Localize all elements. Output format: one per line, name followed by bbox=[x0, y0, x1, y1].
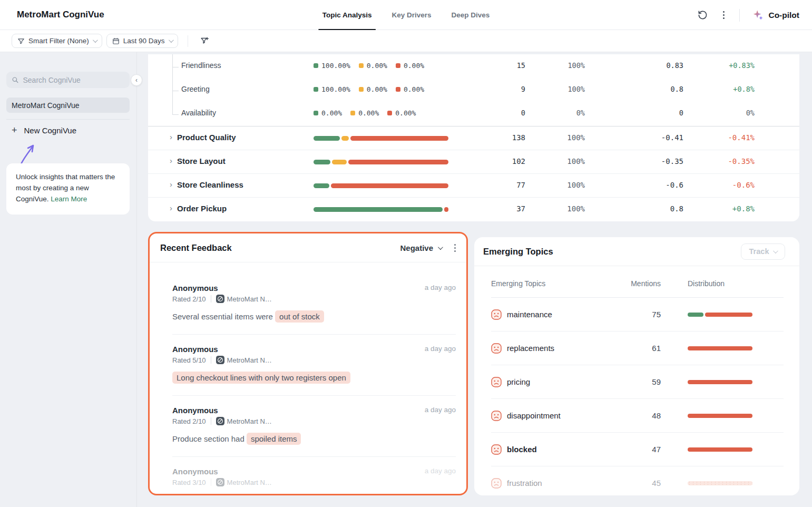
sentiment-filter-dropdown[interactable]: Negative bbox=[400, 243, 442, 252]
neutral-swatch bbox=[359, 87, 364, 92]
refresh-icon[interactable] bbox=[694, 7, 711, 24]
feedback-more-icon[interactable] bbox=[454, 244, 456, 252]
feedback-item: Anonymous Rated 2/10 MetroMart N… a day … bbox=[172, 284, 456, 335]
recent-feedback-header: Recent Feedback Negative bbox=[150, 233, 466, 262]
panel-title: Emerging Topics bbox=[483, 247, 553, 257]
sidebar: ‹ MetroMart CogniVue + New CogniVue Unlo… bbox=[0, 52, 137, 507]
sad-face-icon bbox=[491, 411, 502, 423]
chevron-right-icon[interactable]: › bbox=[170, 132, 172, 141]
top-header: MetroMart CogniVue Topic Analysis Key Dr… bbox=[0, 0, 812, 30]
calendar-icon bbox=[112, 37, 120, 45]
highlight-chip: out of stock bbox=[275, 310, 324, 323]
more-menu-icon[interactable] bbox=[715, 7, 732, 24]
table-row[interactable]: Availability 0.00% 0.00% 0.00% 0 0% 0 0% bbox=[148, 102, 799, 126]
distribution-bar bbox=[688, 414, 752, 418]
distribution-bar bbox=[688, 447, 752, 452]
emerging-topic-row: replacements 61 bbox=[491, 331, 784, 365]
new-cognivue-button[interactable]: + New CogniVue bbox=[12, 125, 76, 135]
sad-face-icon bbox=[491, 343, 502, 356]
feedback-list: Anonymous Rated 2/10 MetroMart N… a day … bbox=[150, 262, 466, 495]
distribution-bar bbox=[688, 346, 752, 350]
table-row-store-cleanliness[interactable]: › Store Cleanliness 77 100% -0.6 -0.6% bbox=[148, 174, 799, 198]
promo-card: Unlock insights that matters the most by… bbox=[6, 163, 130, 214]
header-actions: Co-pilot bbox=[694, 0, 805, 30]
feedback-item: Anonymous Rated 5/10 MetroMart N… a day … bbox=[172, 345, 456, 396]
tab-topic-analysis[interactable]: Topic Analysis bbox=[322, 0, 372, 30]
metromart-source-icon bbox=[216, 478, 224, 486]
table-row-product-quality[interactable]: › Product Quality 138 100% -0.41 -0.41% bbox=[148, 126, 799, 150]
table-row-order-pickup[interactable]: › Order Pickup 37 100% 0.8 +0.8% bbox=[148, 198, 799, 221]
distribution-bar bbox=[688, 380, 752, 384]
neutral-swatch bbox=[359, 63, 364, 68]
highlight-chip: Long checkout lines with only two regist… bbox=[172, 372, 350, 384]
sentiment-bar bbox=[314, 207, 448, 212]
emerging-topic-row: maintenance 75 bbox=[491, 298, 784, 331]
chevron-down-icon bbox=[438, 245, 443, 250]
positive-swatch bbox=[314, 87, 318, 92]
header-divider bbox=[739, 9, 740, 22]
tab-key-drivers[interactable]: Key Drivers bbox=[392, 0, 431, 30]
search-icon bbox=[12, 76, 19, 84]
app-title: MetroMart CogniVue bbox=[17, 9, 104, 20]
chevron-down-icon bbox=[773, 248, 778, 253]
sad-face-icon bbox=[491, 377, 502, 389]
sidebar-divider bbox=[6, 119, 130, 120]
learn-more-link[interactable]: Learn More bbox=[51, 195, 87, 203]
recent-feedback-panel: Recent Feedback Negative Anonymous Rated… bbox=[148, 232, 468, 495]
distribution-bar bbox=[688, 481, 752, 485]
sad-face-icon bbox=[491, 309, 502, 322]
filter-bar: Smart Filter (None) Last 90 Days bbox=[0, 30, 812, 52]
emerging-topics-columns: Emerging Topics Mentions Distribution bbox=[491, 266, 784, 298]
tab-deep-dives[interactable]: Deep Dives bbox=[452, 0, 490, 30]
emerging-topic-row: blocked 47 bbox=[491, 433, 784, 466]
chevron-down-icon bbox=[169, 37, 174, 43]
search-box bbox=[6, 72, 130, 88]
emerging-topic-row: pricing 59 bbox=[491, 365, 784, 399]
sentiment-bar bbox=[314, 183, 448, 188]
positive-swatch bbox=[314, 111, 318, 115]
sentiment-bar bbox=[314, 136, 448, 141]
plus-icon: + bbox=[12, 125, 17, 135]
feedback-item: Anonymous Rated 2/10 MetroMart N… a day … bbox=[172, 406, 456, 457]
negative-swatch bbox=[387, 111, 392, 115]
main-tabs: Topic Analysis Key Drivers Deep Dives bbox=[322, 0, 490, 30]
sad-face-icon bbox=[491, 478, 502, 491]
app-root: MetroMart CogniVue Topic Analysis Key Dr… bbox=[0, 0, 812, 507]
funnel-badge-icon bbox=[17, 37, 25, 45]
metromart-source-icon bbox=[216, 356, 224, 364]
smart-filter-dropdown[interactable]: Smart Filter (None) bbox=[12, 34, 102, 48]
topic-analysis-table: Friendliness 100.00% 0.00% 0.00% 15 100%… bbox=[148, 54, 799, 221]
date-range-dropdown[interactable]: Last 90 Days bbox=[106, 34, 178, 48]
negative-swatch bbox=[396, 63, 400, 68]
table-row[interactable]: Friendliness 100.00% 0.00% 0.00% 15 100%… bbox=[148, 55, 799, 79]
sparkle-icon bbox=[752, 9, 764, 21]
emerging-topic-row: frustration 45 bbox=[491, 466, 784, 495]
add-filter-icon[interactable] bbox=[198, 34, 212, 48]
copilot-button[interactable]: Co-pilot bbox=[747, 9, 805, 21]
chevron-right-icon[interactable]: › bbox=[170, 180, 172, 189]
chevron-right-icon[interactable]: › bbox=[170, 203, 172, 212]
filter-divider bbox=[188, 35, 188, 47]
sad-face-icon bbox=[491, 444, 502, 457]
sidebar-item-metromart[interactable]: MetroMart CogniVue bbox=[6, 97, 130, 113]
sidebar-collapse-button[interactable]: ‹ bbox=[131, 74, 142, 86]
sentiment-bar bbox=[314, 160, 448, 164]
negative-swatch bbox=[396, 87, 400, 92]
feedback-item: Anonymous Rated 3/10 MetroMart N… a day … bbox=[172, 467, 456, 495]
metromart-source-icon bbox=[216, 417, 224, 425]
chevron-right-icon[interactable]: › bbox=[170, 156, 172, 165]
distribution-bar bbox=[688, 313, 752, 317]
search-input[interactable] bbox=[23, 76, 125, 84]
emerging-topics-panel: Emerging Topics Track Emerging Topics Me… bbox=[474, 237, 799, 495]
emerging-topic-row: disappointment 48 bbox=[491, 399, 784, 433]
panel-title: Recent Feedback bbox=[160, 243, 232, 253]
emerging-topics-header: Emerging Topics Track bbox=[474, 237, 799, 266]
neutral-swatch bbox=[350, 111, 355, 115]
table-row-store-layout[interactable]: › Store Layout 102 100% -0.35 -0.35% bbox=[148, 150, 799, 174]
table-row[interactable]: Greeting 100.00% 0.00% 0.00% 9 100% 0.8 … bbox=[148, 79, 799, 102]
metromart-source-icon bbox=[216, 295, 224, 303]
positive-swatch bbox=[314, 63, 318, 68]
highlight-chip: spoiled items bbox=[247, 433, 301, 445]
chevron-down-icon bbox=[93, 37, 98, 43]
track-dropdown[interactable]: Track bbox=[741, 243, 785, 260]
